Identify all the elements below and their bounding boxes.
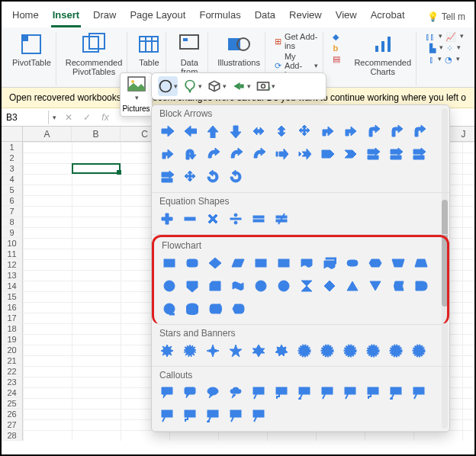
smartart-dropdown[interactable]: ▾: [231, 76, 251, 96]
tab-page-layout[interactable]: Page Layout: [128, 6, 187, 27]
shape-ar_r[interactable]: [159, 124, 175, 139]
row-header[interactable]: 9: [2, 227, 23, 238]
screenshot-dropdown[interactable]: +▾: [256, 76, 275, 96]
shape-co_line3[interactable]: [205, 408, 220, 423]
get-addins-button[interactable]: ⊞Get Add-ins: [275, 32, 319, 50]
row-header[interactable]: 16: [2, 302, 23, 313]
icons-dropdown[interactable]: ▾: [182, 76, 202, 96]
shape-st_seal[interactable]: 8: [297, 343, 312, 358]
shape-eq_mult[interactable]: [205, 211, 220, 226]
shape-ar_quad[interactable]: [182, 169, 198, 185]
name-box[interactable]: B3: [2, 111, 49, 124]
shape-ar_lr[interactable]: [251, 124, 266, 139]
row-header[interactable]: 7: [2, 206, 23, 217]
row-header[interactable]: 15: [2, 291, 23, 302]
shape-st_seal[interactable]: 16: [365, 343, 381, 358]
shape-st_exp14[interactable]: [182, 343, 198, 358]
row-header[interactable]: 17: [2, 313, 23, 323]
fx-icon[interactable]: fx: [96, 112, 114, 123]
shape-co_accent[interactable]: [411, 385, 426, 400]
shape-st_seal[interactable]: 32: [411, 343, 426, 358]
shape-fc_card[interactable]: [207, 278, 223, 294]
shape-st_5[interactable]: [228, 343, 243, 358]
row-header[interactable]: 5: [2, 185, 23, 195]
active-cell[interactable]: [72, 163, 121, 174]
line-chart-icon[interactable]: 📈: [445, 32, 456, 42]
shape-fc_mag[interactable]: [185, 301, 200, 316]
shape-ar_call[interactable]: [365, 146, 381, 162]
shape-st_exp8[interactable]: [159, 343, 175, 358]
shape-ar_call[interactable]: [159, 169, 175, 185]
visio-addin-icon[interactable]: ◆: [333, 32, 340, 42]
pictures-dropdown[interactable]: ▾ Pictures: [120, 72, 153, 117]
shape-ar_call[interactable]: [411, 146, 426, 162]
namebox-dropdown-icon[interactable]: ▾: [50, 114, 60, 121]
shape-fc_disp[interactable]: [230, 301, 246, 316]
row-header[interactable]: 23: [2, 377, 23, 387]
shape-fc_merg[interactable]: [368, 278, 383, 294]
shape-co_line3[interactable]: [388, 385, 404, 400]
shape-ar_d[interactable]: [228, 124, 243, 139]
shape-co_cloud[interactable]: [228, 385, 243, 400]
row-header[interactable]: 26: [2, 409, 23, 419]
column-chart-icon[interactable]: ⫿⫿: [426, 32, 435, 42]
shape-ar_circ[interactable]: [228, 169, 243, 185]
row-header[interactable]: 4: [2, 174, 23, 185]
shape-fc_int[interactable]: [276, 255, 291, 271]
shape-fc_sum[interactable]: [253, 278, 269, 294]
shape-ar_u[interactable]: [205, 124, 220, 139]
shape-ar_circ[interactable]: [205, 169, 220, 185]
scatter-chart-icon[interactable]: ⁘: [446, 43, 453, 53]
row-header[interactable]: 6: [2, 195, 23, 206]
enter-icon[interactable]: ✓: [78, 112, 96, 123]
shape-ar_notch[interactable]: [297, 146, 312, 162]
shape-co_rect[interactable]: [159, 385, 175, 400]
shape-fc_dec[interactable]: [207, 255, 223, 271]
row-header[interactable]: 22: [2, 366, 23, 377]
waterfall-chart-icon[interactable]: ⫿: [429, 55, 434, 65]
shape-st_6[interactable]: [251, 343, 266, 358]
shape-ar_bent[interactable]: [343, 124, 358, 139]
row-header[interactable]: 18: [2, 323, 23, 334]
shape-fc_manop[interactable]: [413, 255, 429, 271]
row-header[interactable]: 11: [2, 249, 23, 259]
shape-ar_pent[interactable]: [320, 146, 335, 162]
row-header[interactable]: 1: [2, 142, 23, 153]
shape-co_line[interactable]: [159, 408, 175, 423]
shape-eq_neq[interactable]: [274, 211, 289, 226]
recommended-pivottables-button[interactable]: Recommended PivotTables: [61, 32, 128, 85]
shape-eq_plus[interactable]: [159, 211, 175, 226]
shape-fc_dir[interactable]: [207, 301, 223, 316]
shape-fc_stor[interactable]: [391, 278, 406, 294]
row-header[interactable]: 24: [2, 387, 23, 398]
shape-ar_chev[interactable]: [343, 146, 358, 162]
shape-ar_quad[interactable]: [297, 124, 312, 139]
people-addin-icon[interactable]: ▤: [333, 54, 340, 64]
shape-fc_tape[interactable]: [230, 278, 246, 294]
row-header[interactable]: 13: [2, 270, 23, 281]
shape-fc_multi[interactable]: [322, 255, 337, 271]
tab-view[interactable]: View: [334, 6, 359, 27]
shapes-dropdown[interactable]: ▾: [158, 76, 178, 96]
row-header[interactable]: 25: [2, 398, 23, 409]
shape-co_oval[interactable]: [205, 385, 220, 400]
shape-st_7[interactable]: [274, 343, 289, 358]
row-header[interactable]: 12: [2, 259, 23, 270]
row-header[interactable]: 10: [2, 238, 23, 249]
shape-st_4[interactable]: [205, 343, 220, 358]
shape-co_line2[interactable]: [365, 385, 381, 400]
col-header[interactable]: B: [72, 127, 121, 141]
shape-fc_delay[interactable]: [413, 278, 429, 294]
shape-co_accent[interactable]: [320, 385, 335, 400]
row-header[interactable]: 8: [2, 217, 23, 227]
tab-formulas[interactable]: Formulas: [198, 6, 242, 27]
row-header[interactable]: 20: [2, 345, 23, 355]
shape-ar_ud[interactable]: [274, 124, 289, 139]
tab-home[interactable]: Home: [11, 6, 40, 27]
shape-fc_conn[interactable]: [162, 278, 177, 294]
shape-co_line2[interactable]: [274, 385, 289, 400]
tab-review[interactable]: Review: [288, 6, 323, 27]
shape-co_line2[interactable]: [182, 408, 198, 423]
shape-fc_seq[interactable]: [162, 301, 177, 316]
shape-st_seal[interactable]: 12: [343, 343, 358, 358]
